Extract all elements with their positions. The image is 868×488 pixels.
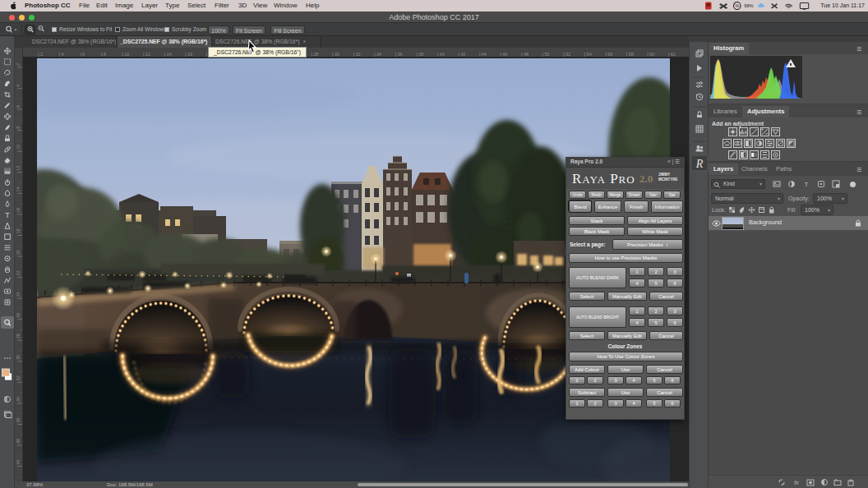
svg-text:14: 14 (16, 186, 21, 191)
svg-text:T: T (5, 211, 10, 219)
svg-text:38: 38 (418, 52, 423, 57)
svg-text:R: R (695, 158, 704, 170)
svg-text:40: 40 (440, 52, 445, 57)
svg-text:40: 40 (16, 459, 21, 464)
svg-text:2: 2 (40, 52, 43, 57)
svg-text:60: 60 (649, 52, 654, 57)
svg-text:8: 8 (16, 127, 21, 129)
svg-text:34: 34 (16, 397, 21, 402)
svg-text:2: 2 (16, 63, 21, 66)
svg-text:58: 58 (629, 52, 634, 57)
svg-text:8: 8 (104, 52, 106, 57)
svg-text:36: 36 (398, 52, 403, 57)
svg-text:%: % (735, 3, 739, 8)
svg-text:44: 44 (482, 52, 487, 57)
svg-text:22: 22 (16, 270, 21, 275)
svg-text:24: 24 (16, 292, 21, 297)
svg-text:32: 32 (16, 375, 21, 380)
svg-text:32: 32 (355, 52, 360, 57)
svg-text:28: 28 (16, 334, 21, 338)
svg-text:fx: fx (794, 479, 800, 486)
svg-text:36: 36 (16, 417, 21, 422)
svg-text:30: 30 (16, 355, 21, 360)
svg-text:12: 12 (16, 166, 21, 171)
svg-text:42: 42 (460, 52, 465, 57)
svg-text:48: 48 (524, 52, 529, 57)
svg-text:50: 50 (544, 52, 549, 57)
svg-text:98%: 98% (744, 3, 753, 8)
svg-text:62: 62 (671, 52, 676, 57)
svg-text:38: 38 (16, 439, 21, 444)
svg-text:4: 4 (16, 85, 21, 87)
svg-text:30: 30 (335, 52, 339, 57)
svg-text:10: 10 (124, 52, 129, 57)
svg-text:20: 20 (16, 250, 21, 255)
svg-text:4: 4 (62, 52, 64, 57)
svg-text:16: 16 (187, 52, 192, 57)
svg-text:6: 6 (16, 105, 21, 108)
svg-text:34: 34 (376, 52, 381, 57)
svg-text:54: 54 (587, 52, 592, 57)
svg-text:52: 52 (566, 52, 570, 57)
svg-text:56: 56 (607, 52, 612, 57)
svg-text:28: 28 (313, 52, 318, 57)
svg-text:T: T (805, 181, 809, 188)
svg-text:16: 16 (16, 208, 21, 213)
svg-text:26: 26 (16, 313, 21, 318)
svg-text:12: 12 (145, 52, 150, 57)
svg-text:46: 46 (502, 52, 507, 57)
svg-text:6: 6 (82, 52, 85, 57)
svg-text:18: 18 (16, 228, 21, 233)
svg-text:14: 14 (166, 52, 171, 57)
svg-text:10: 10 (16, 145, 21, 150)
